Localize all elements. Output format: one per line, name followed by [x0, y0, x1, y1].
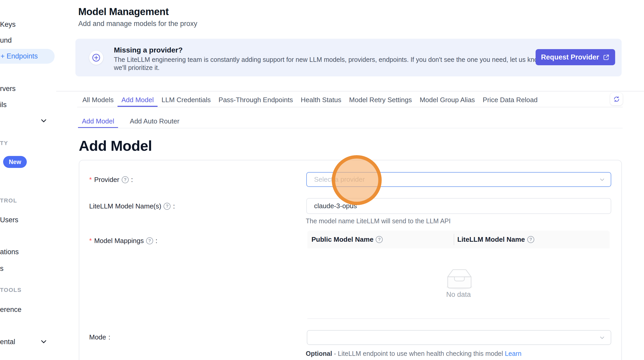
sidebar-item-internal-users[interactable]: Users [0, 216, 18, 224]
model-name-help: The model name LiteLLM will send to the … [306, 217, 451, 225]
top-divider [56, 91, 644, 91]
mode-help: Optional - LiteLLM endpoint to use when … [306, 350, 522, 357]
no-data-text: No data [307, 291, 610, 299]
chevron-down-icon [599, 177, 605, 182]
sidebar-item-guardrails[interactable]: ils [0, 101, 7, 108]
request-provider-button[interactable]: Request Provider [536, 49, 615, 65]
refresh-button[interactable] [610, 93, 623, 105]
tab-add-model[interactable]: Add Model [118, 94, 158, 107]
required-mark: * [89, 176, 92, 184]
help-icon[interactable]: ? [146, 237, 153, 244]
sidebar-item-playground[interactable]: und [0, 37, 12, 44]
tab-all-models[interactable]: All Models [79, 94, 118, 107]
mode-select[interactable] [307, 330, 611, 345]
plus-circle-icon [89, 51, 103, 65]
tab-pass-through-endpoints[interactable]: Pass-Through Endpoints [215, 94, 297, 107]
sidebar-section-trol: TROL [0, 198, 17, 204]
subtab-add-auto-router[interactable]: Add Auto Router [126, 115, 183, 128]
page-title: Model Management [78, 6, 169, 17]
tabs-bottom-divider [77, 107, 623, 107]
subtab-add-model[interactable]: Add Model [78, 115, 118, 128]
label-colon: : [173, 202, 175, 210]
tab-llm-credentials[interactable]: LLM Credentials [158, 94, 214, 107]
mode-label: Mode [89, 333, 106, 341]
column-divider [454, 234, 454, 245]
mode-help-optional: Optional [306, 350, 332, 357]
model-name-value: claude-3-opus [314, 202, 357, 210]
learn-link[interactable]: Learn [505, 350, 522, 357]
sidebar-item-virtual-keys[interactable]: Keys [0, 21, 16, 28]
label-colon: : [108, 333, 110, 341]
tab-health-status[interactable]: Health Status [297, 94, 345, 107]
sidebar-item-models-endpoints[interactable]: + Endpoints [0, 49, 55, 64]
provider-label-row: * Provider ? : [89, 176, 133, 184]
add-model-subtabs: Add Model Add Auto Router [78, 115, 183, 128]
request-provider-label: Request Provider [541, 53, 599, 61]
litellm-model-name-text: LiteLLM Model Name [457, 235, 525, 244]
model-management-page: Keys und + Endpoints rvers ils TY New TR… [0, 0, 644, 360]
column-header-public-model-name: Public Model Name ? [307, 235, 454, 244]
provider-select[interactable]: Select a provider [306, 172, 611, 187]
sidebar-item-teams[interactable]: s [0, 265, 4, 272]
sidebar-item-organizations[interactable]: ations [0, 248, 19, 256]
refresh-icon [613, 96, 620, 103]
sidebar-item-experimental[interactable]: ental [0, 338, 15, 345]
sidebar-item-mcp-servers[interactable]: rvers [0, 85, 16, 92]
help-icon[interactable]: ? [376, 236, 383, 243]
sidebar-item-models-endpoints-label: + Endpoints [1, 52, 38, 60]
sidebar-section-tools: TOOLS [0, 287, 22, 293]
page-subtitle: Add and manage models for the proxy [78, 20, 197, 28]
tab-model-group-alias[interactable]: Model Group Alias [416, 94, 479, 107]
provider-label: Provider [94, 176, 119, 184]
model-name-input[interactable]: claude-3-opus [306, 198, 611, 214]
banner-body-line1: The LiteLLM engineering team is constant… [114, 56, 555, 63]
model-name-label-row: LiteLLM Model Name(s) ? : [89, 202, 175, 210]
required-mark: * [89, 237, 92, 245]
label-colon: : [131, 176, 133, 184]
table-bottom-border [307, 318, 610, 319]
chevron-down-icon[interactable] [40, 338, 47, 345]
model-mappings-label-row: * Model Mappings ? : [89, 237, 157, 245]
mode-label-row: Mode : [89, 333, 110, 341]
tab-model-retry-settings[interactable]: Model Retry Settings [345, 94, 416, 107]
model-mappings-label: Model Mappings [94, 237, 144, 245]
column-header-litellm-model-name: LiteLLM Model Name ? [454, 235, 534, 244]
help-icon[interactable]: ? [527, 236, 534, 243]
tab-price-data-reload[interactable]: Price Data Reload [479, 94, 542, 107]
external-link-icon [603, 54, 610, 61]
sidebar-item-reference[interactable]: erence [0, 306, 22, 313]
add-model-heading: Add Model [79, 137, 152, 154]
mode-help-text: - LiteLLM endpoint to use when health ch… [332, 350, 505, 357]
sidebar-section-ty: TY [0, 140, 8, 146]
model-name-label: LiteLLM Model Name(s) [89, 202, 161, 210]
banner-title: Missing a provider? [114, 46, 183, 54]
new-badge: New [3, 156, 27, 168]
help-icon[interactable]: ? [122, 176, 129, 183]
public-model-name-text: Public Model Name [311, 235, 373, 244]
chevron-down-icon [599, 335, 605, 341]
model-tabs: All Models Add Model LLM Credentials Pas… [79, 94, 542, 107]
banner-body-line2: we'll prioritize it. [114, 64, 160, 71]
chevron-down-icon[interactable] [40, 117, 47, 124]
label-colon: : [155, 237, 157, 245]
mappings-table-header: Public Model Name ? LiteLLM Model Name ? [307, 231, 610, 248]
empty-inbox-icon [441, 265, 478, 291]
provider-select-placeholder: Select a provider [314, 175, 365, 184]
help-icon[interactable]: ? [164, 203, 171, 210]
subtabs-bottom-divider [78, 128, 623, 128]
